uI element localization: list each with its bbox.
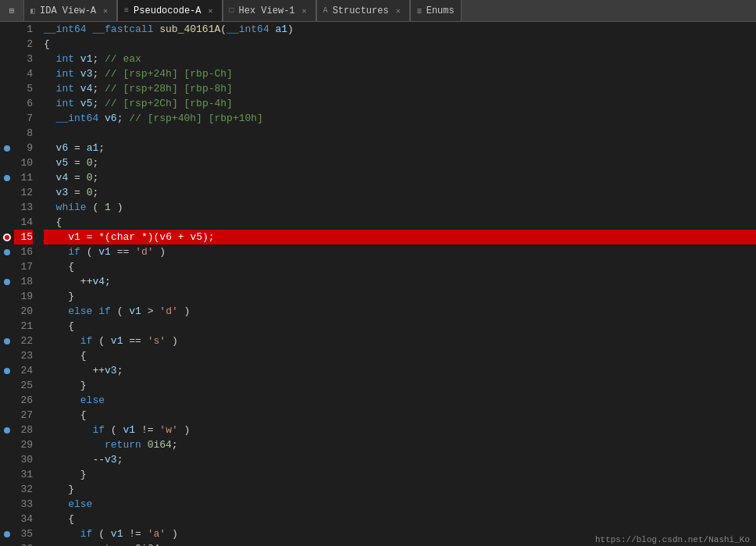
tab-close-ida-view-a[interactable]: ✕ xyxy=(101,5,110,17)
dot-cell-9 xyxy=(0,141,14,155)
tab-close-pseudocode-a[interactable]: ✕ xyxy=(206,5,216,17)
dot-cell-29 xyxy=(0,437,14,452)
dot-cell-32 xyxy=(0,482,14,497)
breakpoint-dot xyxy=(4,368,10,374)
line-num-30: 30 xyxy=(14,452,33,467)
code-line-5: int v4; // [rsp+28h] [rbp-8h] xyxy=(44,81,756,96)
code-line-21: { xyxy=(44,319,756,334)
tab-enums[interactable]: ≣Enums xyxy=(410,0,462,21)
line-num-24: 24 xyxy=(14,363,33,378)
dot-cell-10 xyxy=(0,155,14,170)
tab-ida-view-a[interactable]: ◧IDA View-A✕ xyxy=(23,0,117,21)
tab-hex-view-1[interactable]: □Hex View-1✕ xyxy=(223,0,316,21)
line-num-1: 1 xyxy=(14,22,33,37)
tab-label-pseudocode-a: Pseudocode-A xyxy=(134,5,201,16)
line-num-25: 25 xyxy=(14,378,33,393)
line-num-13: 13 xyxy=(14,200,33,215)
dot-cell-26 xyxy=(0,393,14,408)
dot-cell-12 xyxy=(0,185,14,200)
dot-cell-2 xyxy=(0,37,14,52)
line-num-21: 21 xyxy=(14,319,33,334)
line-num-29: 29 xyxy=(14,437,33,452)
code-line-8 xyxy=(44,126,756,141)
line-num-28: 28 xyxy=(14,423,33,437)
line-num-12: 12 xyxy=(14,185,33,200)
dot-cell-35 xyxy=(0,526,14,541)
line-num-5: 5 xyxy=(14,81,33,96)
line-num-34: 34 xyxy=(14,512,33,526)
dot-cell-15 xyxy=(0,230,14,244)
tab-structures[interactable]: AStructures✕ xyxy=(316,0,410,21)
dot-cell-22 xyxy=(0,334,14,348)
code-line-19: } xyxy=(44,289,756,304)
line-num-7: 7 xyxy=(14,111,33,126)
dot-cell-4 xyxy=(0,66,14,81)
line-num-27: 27 xyxy=(14,408,33,423)
breakpoint-dot xyxy=(4,279,10,285)
code-line-22: if ( v1 == 's' ) xyxy=(44,334,756,348)
code-panel: 1234567891011121314151617181920212223242… xyxy=(0,22,756,546)
dot-cell-14 xyxy=(0,215,14,230)
tab-label-enums: Enums xyxy=(426,5,455,16)
line-num-26: 26 xyxy=(14,393,33,408)
dot-cell-1 xyxy=(0,22,14,37)
line-num-11: 11 xyxy=(14,170,33,185)
line-num-14: 14 xyxy=(14,215,33,230)
dot-cell-16 xyxy=(0,244,14,259)
tab-pseudocode-a[interactable]: ≡Pseudocode-A✕ xyxy=(117,0,222,21)
dot-cell-27 xyxy=(0,408,14,423)
dot-cell-30 xyxy=(0,452,14,467)
code-line-12: v3 = 0; xyxy=(44,185,756,200)
code-line-11: v4 = 0; xyxy=(44,170,756,185)
dot-cell-33 xyxy=(0,497,14,512)
dot-cell-11 xyxy=(0,170,14,185)
dot-cell-18 xyxy=(0,274,14,289)
line-num-35: 35 xyxy=(14,526,33,541)
line-num-33: 33 xyxy=(14,497,33,512)
code-line-15: v1 = *(char *)(v6 + v5); xyxy=(44,230,756,244)
line-num-3: 3 xyxy=(14,52,33,66)
tab-close-structures[interactable]: ✕ xyxy=(394,5,403,17)
dot-cell-34 xyxy=(0,512,14,526)
code-line-32: } xyxy=(44,482,756,497)
title-bar: ⊞ ◧IDA View-A✕≡Pseudocode-A✕□Hex View-1✕… xyxy=(0,0,756,22)
code-line-14: { xyxy=(44,215,756,230)
code-line-34: { xyxy=(44,512,756,526)
tab-close-hex-view-1[interactable]: ✕ xyxy=(300,5,309,17)
code-line-16: if ( v1 == 'd' ) xyxy=(44,244,756,259)
code-line-18: ++v4; xyxy=(44,274,756,289)
tab-icon-enums: ≣ xyxy=(417,6,422,16)
code-line-9: v6 = a1; xyxy=(44,141,756,155)
breakpoint-dot-active xyxy=(3,234,11,241)
breakpoint-dot xyxy=(4,175,10,181)
line-num-22: 22 xyxy=(14,334,33,348)
dot-cell-19 xyxy=(0,289,14,304)
line-num-17: 17 xyxy=(14,259,33,274)
code-line-25: } xyxy=(44,378,756,393)
line-num-15: 15 xyxy=(14,230,33,244)
dot-cell-5 xyxy=(0,81,14,96)
line-num-6: 6 xyxy=(14,96,33,111)
dot-cell-28 xyxy=(0,423,14,437)
dot-cell-31 xyxy=(0,467,14,482)
dot-cell-17 xyxy=(0,259,14,274)
dot-cell-36 xyxy=(0,541,14,546)
line-num-8: 8 xyxy=(14,126,33,141)
dot-cell-25 xyxy=(0,378,14,393)
dot-cell-23 xyxy=(0,348,14,363)
window-icon: ⊞ xyxy=(0,5,23,16)
code-line-2: { xyxy=(44,37,756,52)
breakpoint-dot xyxy=(4,427,10,434)
breakpoint-dot xyxy=(4,531,10,537)
line-numbers: 1234567891011121314151617181920212223242… xyxy=(14,22,39,546)
tab-icon-ida-view-a: ◧ xyxy=(30,6,35,16)
tab-icon-hex-view-1: □ xyxy=(230,6,234,15)
code-line-27: { xyxy=(44,408,756,423)
tab-bar: ◧IDA View-A✕≡Pseudocode-A✕□Hex View-1✕AS… xyxy=(23,0,756,21)
code-content: __int64 __fastcall sub_40161A(__int64 a1… xyxy=(39,22,756,546)
code-line-31: } xyxy=(44,467,756,482)
dot-cell-20 xyxy=(0,304,14,319)
bottom-bar: https://blog.csdn.net/Nashi_Ko xyxy=(589,534,756,546)
line-num-36: 36 xyxy=(14,541,33,546)
line-num-23: 23 xyxy=(14,348,33,363)
